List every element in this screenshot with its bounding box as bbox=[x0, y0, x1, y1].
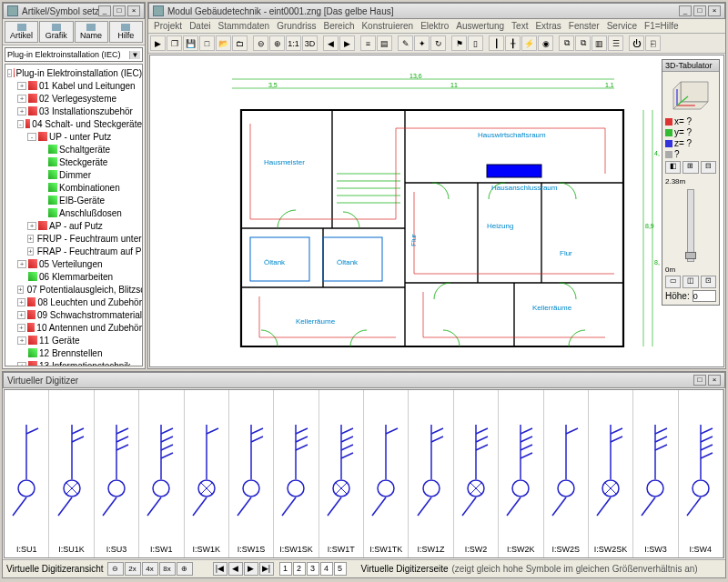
open-button[interactable]: 📂 bbox=[216, 35, 231, 51]
tree-item[interactable]: +03 Installationszubehör bbox=[5, 105, 142, 117]
tree-item[interactable]: +02 Verlegesysteme bbox=[5, 92, 142, 105]
expand-icon[interactable]: - bbox=[7, 69, 12, 77]
tree-item[interactable]: +08 Leuchten und Zubehör bbox=[5, 296, 142, 308]
tree-item[interactable]: +13 Informationstechnik bbox=[5, 359, 142, 366]
exit-button[interactable]: ⍇ bbox=[645, 35, 661, 51]
expand-icon[interactable] bbox=[37, 209, 46, 217]
tree-item[interactable]: +07 Potentialausgleich, Blitzschutz bbox=[5, 283, 142, 296]
expand-icon[interactable] bbox=[17, 349, 26, 357]
symbol-cell[interactable]: I:SU1K bbox=[49, 390, 94, 557]
page-button-5[interactable]: 5 bbox=[334, 562, 347, 576]
expand-icon[interactable] bbox=[37, 196, 46, 205]
folder-button[interactable]: 🗀 bbox=[232, 35, 248, 51]
tab-artikel[interactable]: Artikel bbox=[5, 21, 38, 43]
zoom-button[interactable]: 2x bbox=[125, 562, 141, 576]
nav-button[interactable]: ▶ bbox=[244, 562, 258, 576]
article-tree[interactable]: -Plug-in Elektroinstallation (IEC)+01 Ka… bbox=[5, 64, 143, 366]
maximize-button[interactable]: □ bbox=[693, 375, 706, 386]
symbol-cell[interactable]: I:SW1S bbox=[229, 390, 274, 557]
expand-icon[interactable]: + bbox=[17, 260, 26, 268]
tab-hilfe[interactable]: Hilfe bbox=[109, 21, 143, 43]
page-button-4[interactable]: 4 bbox=[320, 562, 333, 576]
menu-projekt[interactable]: Projekt bbox=[154, 21, 182, 31]
expand-icon[interactable]: + bbox=[17, 324, 25, 332]
drawing-canvas[interactable]: 13,6 3,5 11 1,1 4,1 8,4 8,9 bbox=[149, 55, 724, 367]
menu-extras[interactable]: Extras bbox=[535, 21, 561, 31]
tree-item[interactable]: Steckgeräte bbox=[5, 156, 142, 168]
tree-item[interactable]: Kombinationen bbox=[5, 181, 142, 194]
menu-text[interactable]: Text bbox=[511, 21, 528, 31]
minimize-button[interactable]: _ bbox=[679, 5, 692, 16]
menu-service[interactable]: Service bbox=[607, 21, 637, 31]
expand-icon[interactable]: + bbox=[17, 311, 25, 319]
tree-item[interactable]: 12 Brennstellen bbox=[5, 346, 142, 359]
refresh-button[interactable]: ↻ bbox=[430, 35, 446, 51]
expand-icon[interactable] bbox=[37, 171, 46, 179]
tree-item[interactable]: -04 Schalt- und Steckgeräte bbox=[5, 117, 142, 130]
tree-item[interactable]: Schaltgeräte bbox=[5, 143, 142, 156]
symbol-cell[interactable]: I:SW1Z bbox=[409, 390, 453, 557]
expand-icon[interactable]: - bbox=[17, 120, 24, 128]
expand-icon[interactable]: + bbox=[17, 336, 26, 345]
tab-btn-c[interactable]: ⊡ bbox=[701, 276, 716, 288]
props-button[interactable]: ☰ bbox=[608, 35, 623, 51]
symbol-cell[interactable]: I:SW2S bbox=[544, 390, 589, 557]
tree-item[interactable]: Anschlußdosen bbox=[5, 206, 142, 219]
next-button[interactable]: ▶ bbox=[339, 35, 355, 51]
tree-item[interactable]: +10 Antennen und Zubehör bbox=[5, 321, 142, 334]
symbol-cell[interactable]: I:SW2K bbox=[499, 390, 543, 557]
nav-button[interactable]: |◀ bbox=[213, 562, 228, 576]
tree-item[interactable]: +01 Kabel und Leitungen bbox=[5, 79, 142, 92]
page-button-3[interactable]: 3 bbox=[307, 562, 319, 576]
zoom-button[interactable]: ⊕ bbox=[177, 562, 193, 576]
pencil-button[interactable]: ✎ bbox=[398, 35, 413, 51]
door-button[interactable]: ▯ bbox=[468, 35, 483, 51]
arrow-button[interactable]: ▶ bbox=[150, 35, 166, 51]
expand-icon[interactable]: + bbox=[17, 82, 26, 90]
zoom-in-button[interactable]: ⊕ bbox=[269, 35, 285, 51]
expand-icon[interactable]: + bbox=[27, 247, 34, 256]
tab-btn-1[interactable]: ◧ bbox=[665, 161, 681, 174]
expand-icon[interactable]: + bbox=[27, 222, 36, 230]
new-button[interactable]: □ bbox=[199, 35, 215, 51]
menu-konstruieren[interactable]: Konstruieren bbox=[361, 21, 413, 31]
3d-tabulator-panel[interactable]: 3D-Tabulator x= ?y= ?z= ?? bbox=[662, 59, 720, 306]
expand-icon[interactable]: + bbox=[17, 107, 26, 115]
tab-grafik[interactable]: Grafik bbox=[39, 21, 73, 43]
wand-button[interactable]: ✦ bbox=[414, 35, 430, 51]
tree-item[interactable]: -Plug-in Elektroinstallation (IEC) bbox=[5, 66, 142, 79]
close-button[interactable]: × bbox=[708, 5, 721, 16]
symbol-cell[interactable]: I:SW1 bbox=[139, 390, 184, 557]
pipe2-button[interactable]: ╂ bbox=[505, 35, 521, 51]
page-button-1[interactable]: 1 bbox=[279, 562, 292, 576]
tree-item[interactable]: +05 Verteilungen bbox=[5, 257, 142, 270]
cascade-button[interactable]: ❐ bbox=[167, 35, 182, 51]
symbol-cell[interactable]: I:SW3 bbox=[633, 390, 678, 557]
tree-item[interactable]: +FRAP - Feuchtraum auf Putz bbox=[5, 245, 142, 257]
height-input[interactable] bbox=[693, 290, 716, 302]
digitizer-titlebar[interactable]: Virtueller Digitizer □ × bbox=[3, 372, 725, 388]
slider-thumb[interactable] bbox=[685, 252, 696, 259]
link1-button[interactable]: ⧉ bbox=[559, 35, 574, 51]
tree-item[interactable]: 06 Klemmarbeiten bbox=[5, 270, 142, 283]
symbol-cell[interactable]: I:SW1K bbox=[185, 390, 229, 557]
menu-stammdaten[interactable]: Stammdaten bbox=[217, 21, 269, 31]
symbol-cell[interactable]: I:SW1T bbox=[319, 390, 364, 557]
symbol-cell[interactable]: I:SW1TK bbox=[364, 390, 409, 557]
expand-icon[interactable] bbox=[17, 273, 26, 281]
layer2-button[interactable]: ▤ bbox=[377, 35, 392, 51]
layer1-button[interactable]: ≡ bbox=[360, 35, 376, 51]
menu-fenster[interactable]: Fenster bbox=[569, 21, 600, 31]
tab-name[interactable]: Name bbox=[75, 21, 108, 43]
pipe-button[interactable]: ┃ bbox=[489, 35, 504, 51]
elec2-button[interactable]: ◉ bbox=[538, 35, 553, 51]
symbol-cell[interactable]: I:SW2SK bbox=[589, 390, 633, 557]
menu-datei[interactable]: Datei bbox=[189, 21, 210, 31]
expand-icon[interactable]: + bbox=[17, 362, 26, 367]
menu-bereich[interactable]: Bereich bbox=[324, 21, 355, 31]
tree-item[interactable]: -UP - unter Putz bbox=[5, 130, 142, 143]
expand-icon[interactable]: + bbox=[17, 298, 25, 306]
expand-icon[interactable]: + bbox=[17, 286, 24, 294]
expand-icon[interactable] bbox=[37, 158, 46, 166]
tree-item[interactable]: +09 Schwachstrommaterial bbox=[5, 308, 142, 321]
